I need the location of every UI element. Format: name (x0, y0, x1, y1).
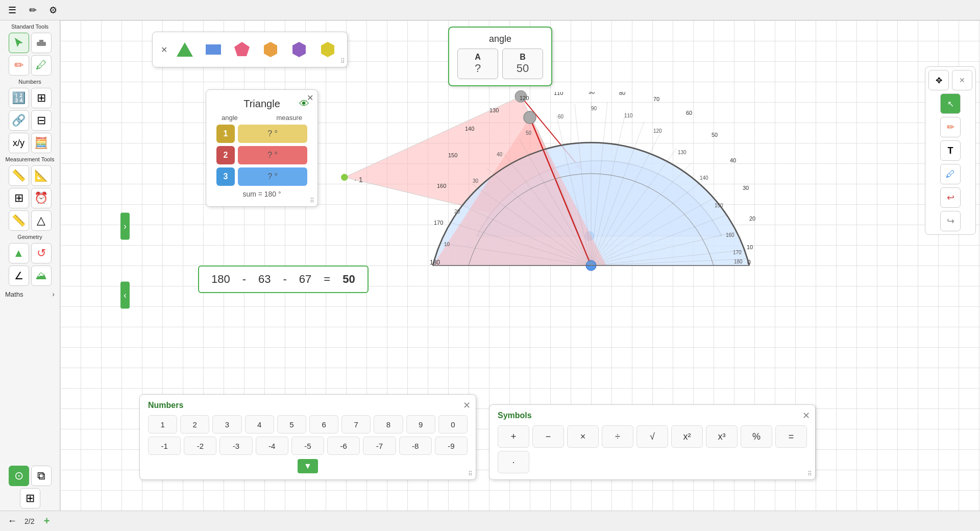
rt-undo-btn[interactable]: ↩ (940, 187, 961, 208)
num-btn-4[interactable]: 4 (245, 415, 274, 433)
num-btn-7[interactable]: 7 (341, 415, 371, 433)
rt-pencil-btn[interactable]: ✏ (940, 117, 961, 137)
sym-btn-xx[interactable]: x² (671, 425, 703, 448)
canvas-area[interactable]: › ‹ ✕ (60, 20, 980, 511)
rt-redo-btn[interactable]: ↪ (940, 211, 961, 231)
svg-text:180: 180 (430, 259, 440, 266)
add-page-btn[interactable]: + (38, 513, 55, 529)
angle-val-2[interactable]: ? ° (238, 146, 307, 164)
mountain-btn[interactable]: ⛰ (31, 266, 52, 286)
num-btn-5[interactable]: 5 (277, 415, 306, 433)
num-btn-neg--6[interactable]: -6 (327, 437, 360, 455)
ruler-btn[interactable]: 📏 (9, 165, 29, 186)
angle-box-b[interactable]: B 50 (502, 49, 543, 79)
curve-btn[interactable]: ↺ (31, 243, 52, 263)
nav-arrow-left-btn[interactable]: ‹ (120, 281, 130, 308)
svg-text:90: 90 (589, 92, 595, 95)
num-btn-neg--9[interactable]: -9 (435, 437, 468, 455)
svg-text:160: 160 (437, 183, 446, 189)
angle-tool-btn[interactable]: ∠ (9, 266, 29, 286)
pencil-icon[interactable]: ✏ (24, 2, 41, 18)
resize-handle-symbols: ⠿ (807, 470, 812, 477)
shape-hexagon-orange[interactable] (259, 38, 282, 61)
num-btn-9[interactable]: 9 (406, 415, 435, 433)
home-btn[interactable]: ⊙ (9, 466, 29, 486)
sym-btn-x[interactable]: · (498, 451, 529, 473)
shape-triangle[interactable] (174, 38, 196, 61)
num-btn-2[interactable]: 2 (180, 415, 209, 433)
num-btn-0[interactable]: 0 (438, 415, 468, 433)
menu-icon[interactable]: ☰ (4, 2, 20, 18)
sym-btn-x[interactable]: − (532, 425, 564, 448)
num-btn-6[interactable]: 6 (309, 415, 338, 433)
triangle-ruler-btn[interactable]: 📐 (31, 165, 52, 186)
main-area: Standard Tools ✏ 🖊 Numbers 🔢 ⊞ 🔗 ⊟ (0, 20, 980, 511)
numbers-btn2[interactable]: ⊞ (31, 88, 52, 108)
num-btn-neg--3[interactable]: -3 (219, 437, 252, 455)
num-btn-neg--8[interactable]: -8 (399, 437, 432, 455)
shape-pentagon[interactable] (231, 38, 253, 61)
bottom-bar: ← 2/2 + (0, 511, 980, 531)
num-btn-neg--1[interactable]: -1 (148, 437, 181, 455)
num-btn-neg--7[interactable]: -7 (363, 437, 396, 455)
numbers-btn4[interactable]: ⊟ (31, 110, 52, 131)
shapes-panel-close-btn[interactable]: ✕ (161, 45, 167, 55)
right-toolbar: ✥ ✕ ↖ ✏ T 🖊 ↩ ↪ (925, 66, 976, 235)
num-btn-8[interactable]: 8 (374, 415, 403, 433)
measure-btn[interactable]: △ (31, 210, 52, 231)
maths-row[interactable]: Maths › (2, 288, 58, 300)
sym-btn-x[interactable]: + (498, 425, 529, 448)
layers-btn[interactable]: ⧉ (31, 466, 52, 486)
triangle-geo-btn[interactable]: ▲ (9, 243, 29, 263)
sym-btn-x[interactable]: ÷ (602, 425, 633, 448)
symbols-panel-close-btn[interactable]: ✕ (802, 410, 810, 421)
angle-val-1[interactable]: ? ° (238, 125, 307, 143)
ruler2-btn[interactable]: 📏 (9, 210, 29, 231)
num-btn-neg--2[interactable]: -2 (184, 437, 216, 455)
shape-rectangle[interactable] (202, 38, 225, 61)
table-btn[interactable]: ⊞ (9, 188, 29, 208)
pencil-tool-btn[interactable]: ✏ (9, 55, 29, 76)
num-btn-3[interactable]: 3 (212, 415, 241, 433)
nav-arrow-right-btn[interactable]: › (120, 213, 130, 240)
clock-btn[interactable]: ⏰ (31, 188, 52, 208)
eraser-tool-btn[interactable] (31, 33, 52, 53)
angle-box-a[interactable]: A ? (457, 49, 498, 79)
sym-btn-x[interactable]: = (775, 425, 807, 448)
sym-btn-x[interactable]: √ (636, 425, 668, 448)
angle-val-3[interactable]: ? ° (238, 167, 307, 186)
num-btn-neg--5[interactable]: -5 (291, 437, 324, 455)
triangle-row-1: 1 ? ° (216, 125, 307, 143)
grid-btn[interactable]: ⊞ (20, 488, 40, 509)
numbers-label: Numbers (2, 78, 58, 86)
svg-text:50: 50 (712, 132, 718, 138)
num-btn-1[interactable]: 1 (148, 415, 177, 433)
numbers-btn1[interactable]: 🔢 (9, 88, 29, 108)
sym-btn-xx[interactable]: x³ (706, 425, 738, 448)
shape-hexagon-purple[interactable] (288, 38, 310, 61)
shape-hexagon-yellow[interactable] (316, 38, 339, 61)
num-btn-neg--4[interactable]: -4 (256, 437, 288, 455)
numbers-btn6[interactable]: 🧮 (31, 133, 52, 153)
rt-move-btn[interactable]: ✥ (928, 70, 949, 90)
measurement-row1: 📏 📐 (2, 165, 58, 186)
col-measure-label: measure (276, 114, 302, 122)
rt-close-btn[interactable]: ✕ (952, 70, 972, 90)
rt-text-btn[interactable]: T (940, 140, 961, 161)
sidebar: Standard Tools ✏ 🖊 Numbers 🔢 ⊞ 🔗 ⊟ (0, 20, 60, 511)
sym-btn-x[interactable]: % (741, 425, 772, 448)
numbers-btn3[interactable]: 🔗 (9, 110, 29, 131)
rt-cursor-btn[interactable]: ↖ (940, 93, 961, 114)
eye-icon[interactable]: 👁 (299, 98, 309, 110)
protractor-svg: 180 0 170 160 150 140 130 120 110 90 80 … (418, 92, 765, 276)
sym-btn-x[interactable]: × (567, 425, 599, 448)
numbers-btn5[interactable]: x/y (9, 133, 29, 153)
settings-icon[interactable]: ⚙ (45, 2, 61, 18)
bottom-left-arrow-btn[interactable]: ← (4, 513, 20, 529)
rt-pen-btn[interactable]: 🖊 (940, 164, 961, 184)
cursor-tool-btn[interactable] (9, 33, 29, 53)
highlight-tool-btn[interactable]: 🖊 (31, 55, 52, 76)
svg-text:80: 80 (619, 92, 625, 96)
numbers-panel-close-btn[interactable]: ✕ (463, 400, 471, 411)
num-down-btn[interactable]: ▼ (298, 459, 318, 473)
